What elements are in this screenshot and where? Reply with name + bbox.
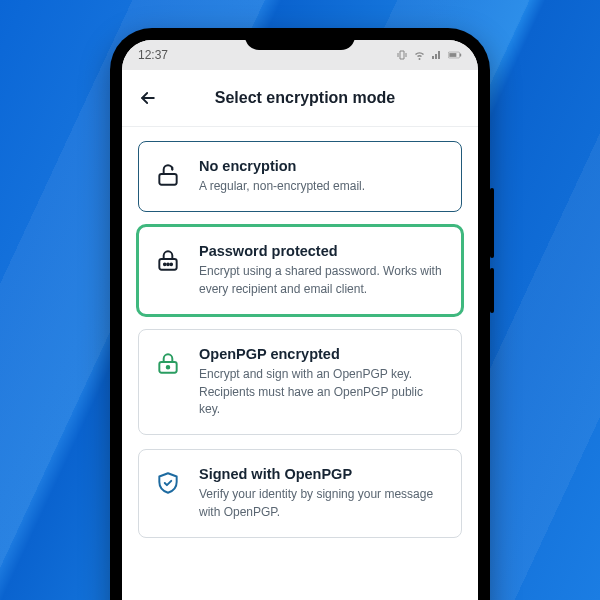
- option-desc: A regular, non-encrypted email.: [199, 178, 445, 195]
- svg-point-7: [170, 264, 172, 266]
- status-time: 12:37: [138, 48, 168, 62]
- phone-frame: 12:37: [110, 28, 490, 600]
- svg-point-6: [167, 264, 169, 266]
- vibrate-icon: [396, 49, 408, 61]
- wifi-icon: [413, 49, 426, 61]
- option-title: No encryption: [199, 158, 445, 174]
- lock-closed-icon: [153, 350, 183, 376]
- lock-password-icon: [153, 247, 183, 273]
- lock-open-icon: [153, 162, 183, 188]
- option-desc: Encrypt using a shared password. Works w…: [199, 263, 445, 298]
- app-header: Select encryption mode: [122, 70, 478, 127]
- wallpaper: 12:37: [0, 0, 600, 600]
- svg-rect-3: [159, 174, 176, 185]
- phone-notch: [245, 28, 355, 50]
- phone-power-button: [490, 268, 494, 313]
- svg-point-9: [167, 366, 170, 369]
- option-title: Password protected: [199, 243, 445, 259]
- screen: 12:37: [122, 40, 478, 600]
- option-signed-openpgp[interactable]: Signed with OpenPGP Verify your identity…: [138, 449, 462, 538]
- phone-volume-button: [490, 188, 494, 258]
- option-openpgp-encrypted[interactable]: OpenPGP encrypted Encrypt and sign with …: [138, 329, 462, 435]
- option-password-protected[interactable]: Password protected Encrypt using a share…: [138, 226, 462, 315]
- svg-rect-1: [449, 53, 456, 57]
- page-title: Select encryption mode: [148, 89, 462, 107]
- status-indicators: [396, 49, 462, 61]
- svg-rect-2: [460, 53, 461, 56]
- option-no-encryption[interactable]: No encryption A regular, non-encrypted e…: [138, 141, 462, 212]
- signal-icon: [431, 49, 443, 61]
- option-desc: Verify your identity by signing your mes…: [199, 486, 445, 521]
- option-title: Signed with OpenPGP: [199, 466, 445, 482]
- shield-check-icon: [153, 470, 183, 496]
- option-title: OpenPGP encrypted: [199, 346, 445, 362]
- options-list: No encryption A regular, non-encrypted e…: [122, 127, 478, 552]
- battery-icon: [448, 49, 462, 61]
- svg-point-5: [164, 264, 166, 266]
- option-desc: Encrypt and sign with an OpenPGP key. Re…: [199, 366, 445, 418]
